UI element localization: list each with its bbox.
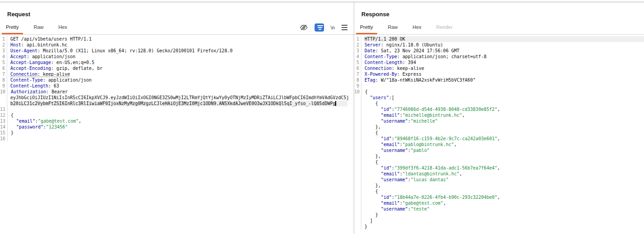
line-number <box>354 153 361 159</box>
code-text[interactable]: Content-Length: 394 <box>365 60 644 65</box>
code-text[interactable] <box>11 136 354 142</box>
code-row: 8ETag: W/"18a-ntWKsiNA2xskFvWriH5bVC3fA6… <box>354 77 644 83</box>
code-text[interactable]: Content-Length: 63 <box>10 83 354 89</box>
code-text[interactable]: Connection: keep-alive <box>365 65 644 71</box>
code-text[interactable]: ] <box>365 218 644 224</box>
code-row: "email":"michelle@bintrunk.hc", <box>354 112 644 118</box>
tab-hex[interactable]: Hex <box>54 21 72 34</box>
code-text[interactable]: eyJhbGciOiJIUzI1NiIsInR5cCI6IkpXVCJ9.eyJ… <box>10 95 354 101</box>
line-number <box>354 171 361 177</box>
line-number: 4 <box>354 54 361 60</box>
tab-pretty[interactable]: Pretty <box>2 21 23 34</box>
code-text[interactable]: "id":"399df3f6-4218-41da-adc1-56b7ea7f64… <box>365 165 644 171</box>
code-text[interactable]: "id":"89468f16-c159-4b2e-9c7c-ca242a03e6… <box>365 136 644 142</box>
code-text[interactable]: "password":"123456" <box>11 124 354 130</box>
code-text[interactable]: "username":"teste" <box>365 206 644 212</box>
code-text[interactable]: "id":"18b44a7e-0226-4fb4-b90c-293c32204b… <box>365 194 644 200</box>
code-text[interactable]: "username":"michelle" <box>365 118 644 124</box>
line-number: 4 <box>0 54 7 60</box>
code-text[interactable]: Accept-Language: en-US,en;q=0.5 <box>10 60 354 65</box>
code-row: 2Host: api.bintrunk.hc <box>0 42 354 48</box>
code-row: 14 "password":"123456" <box>0 124 354 130</box>
code-text[interactable]: } <box>365 224 644 229</box>
code-text[interactable]: }, <box>365 124 644 130</box>
code-text[interactable]: "email":"ldantas@bintrunk.hc", <box>365 171 644 177</box>
request-tabs: PrettyRawHex <box>2 21 78 34</box>
show-newlines-icon[interactable]: \n <box>331 25 335 30</box>
code-text[interactable]: Date: Sat, 23 Nov 2024 17:56:06 GMT <box>365 48 644 54</box>
code-row: 7Connection: keep-alive <box>0 71 354 77</box>
code-text[interactable]: }, <box>365 153 644 159</box>
code-text[interactable]: HTTP/1.1 200 OK <box>365 36 644 42</box>
line-number <box>0 101 7 106</box>
code-text[interactable] <box>365 83 644 89</box>
line-number: 13 <box>0 118 8 124</box>
code-text[interactable]: "email":"michelle@bintrunk.hc", <box>365 112 644 118</box>
code-text[interactable]: b20iLCJ1c2VybmFtZSI6InRlc3RlIiwiaWF0Ijox… <box>10 101 347 106</box>
line-number <box>354 106 361 112</box>
code-text[interactable]: }, <box>365 183 644 188</box>
code-row: "id":"18b44a7e-0226-4fb4-b90c-293c32204b… <box>354 194 644 200</box>
code-row: 15} <box>0 130 354 136</box>
code-text[interactable]: Accept-Encoding: gzip, deflate, br <box>10 65 354 71</box>
line-number: 2 <box>354 42 361 48</box>
code-text[interactable]: Connection: keep-alive <box>10 71 354 77</box>
tab-raw[interactable]: Raw <box>30 21 48 34</box>
code-text[interactable]: Server: nginx/1.18.0 (Ubuntu) <box>365 42 644 48</box>
line-number <box>354 194 361 200</box>
request-tabrow: PrettyRawHex \n <box>0 21 354 35</box>
line-number <box>354 224 361 229</box>
code-row: ] <box>354 218 644 224</box>
code-row: { <box>354 188 644 194</box>
code-text[interactable]: { <box>365 188 644 194</box>
code-row: 8Content-Type: application/json <box>0 77 354 83</box>
line-number: 3 <box>0 48 7 54</box>
code-text[interactable]: { <box>365 101 644 106</box>
code-text[interactable]: X-Powered-By: Express <box>365 71 644 77</box>
code-text[interactable]: { <box>11 112 354 118</box>
line-number <box>354 206 361 212</box>
line-number <box>354 177 361 183</box>
code-text[interactable]: "email":"gabe@test.com", <box>365 200 644 206</box>
code-text[interactable]: { <box>365 130 644 136</box>
code-text[interactable]: "username":"lucas dantas" <box>365 177 644 183</box>
code-row: "username":"lucas dantas" <box>354 177 644 183</box>
code-row: 13 "email":"gabe@test.com", <box>0 118 354 124</box>
tab-hex[interactable]: Hex <box>409 21 426 34</box>
code-text[interactable]: } <box>365 212 644 218</box>
line-number <box>354 101 361 106</box>
code-text[interactable]: Content-Type: application/json <box>10 77 354 83</box>
request-editor[interactable]: 1GET /api/v1beta/users HTTP/1.12Host: ap… <box>0 35 354 142</box>
word-wrap-toggle-icon[interactable] <box>315 23 324 32</box>
hide-nonprintable-eye-off-icon[interactable] <box>300 24 308 31</box>
code-text[interactable] <box>11 106 354 112</box>
code-text[interactable]: "email":"pablo@bintrunk.hc", <box>365 142 644 147</box>
editor-menu-icon[interactable] <box>342 25 347 30</box>
code-text[interactable]: Host: api.bintrunk.hc <box>10 42 354 48</box>
line-number: 8 <box>0 77 7 83</box>
code-text[interactable]: ETag: W/"18a-ntWKsiNA2xskFvWriH5bVC3fA60… <box>365 77 644 83</box>
line-number <box>354 183 361 188</box>
tab-pretty[interactable]: Pretty <box>356 21 377 34</box>
response-editor[interactable]: 1HTTP/1.1 200 OK2Server: nginx/1.18.0 (U… <box>354 35 644 229</box>
code-row: }, <box>354 153 644 159</box>
line-number <box>354 136 361 142</box>
code-row: 1GET /api/v1beta/users HTTP/1.1 <box>0 36 354 42</box>
code-text[interactable]: { <box>365 159 644 165</box>
code-text[interactable]: Content-Type: application/json; charset=… <box>365 54 644 60</box>
line-number: 16 <box>0 136 8 142</box>
code-text[interactable]: "username":"pablo" <box>365 147 644 153</box>
line-number <box>354 147 361 153</box>
code-text[interactable]: GET /api/v1beta/users HTTP/1.1 <box>10 36 354 42</box>
code-text[interactable]: "users":[ <box>365 95 644 101</box>
line-number <box>354 112 361 118</box>
code-text[interactable]: Accept: application/json <box>10 54 354 60</box>
code-text[interactable]: "email":"gabe@test.com", <box>11 118 354 124</box>
code-text[interactable]: } <box>11 130 354 136</box>
code-text[interactable]: { <box>365 89 644 95</box>
code-text[interactable]: "id":"7746086d-d54d-4938-8048-cd33830e85… <box>365 106 644 112</box>
line-number: 7 <box>0 71 7 77</box>
tab-raw[interactable]: Raw <box>384 21 402 34</box>
code-text[interactable]: Authorization: Bearer <box>11 89 354 95</box>
code-text[interactable]: User-Agent: Mozilla/5.0 (X11; Linux x86_… <box>10 48 354 54</box>
